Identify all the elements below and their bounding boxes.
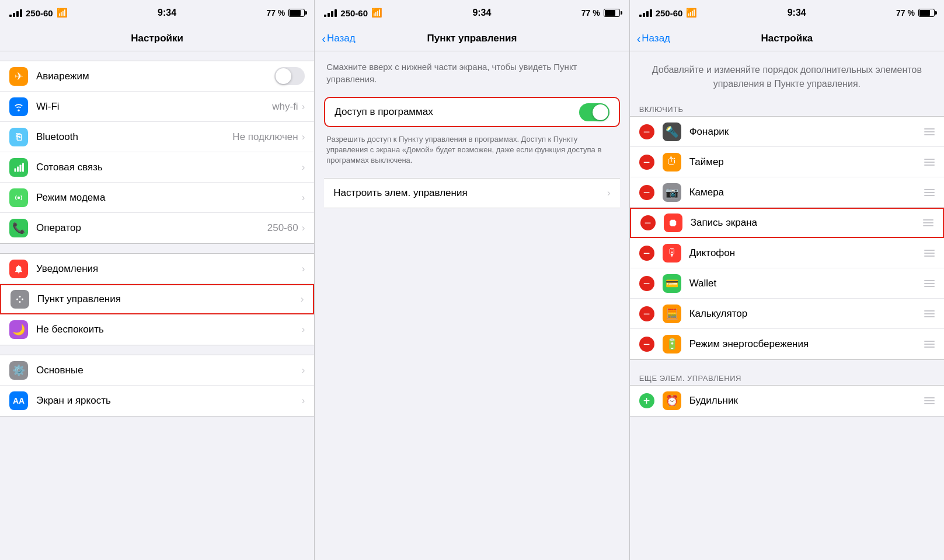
control-flashlight[interactable]: − 🔦 Фонарик [630,117,944,147]
remove-calc[interactable]: − [639,306,654,321]
drag-voice [924,250,935,257]
settings-item-wifi[interactable]: Wi-Fi why-fi › [0,92,314,122]
back-button-3[interactable]: ‹ Назад [637,33,670,44]
panel3-header-desc: Добавляйте и изменяйте порядок дополните… [630,51,944,100]
notifications-icon [9,260,28,278]
remove-wallet[interactable]: − [639,276,654,291]
drag-power [924,341,935,348]
svg-rect-2 [20,164,22,172]
time-3: 9:34 [788,8,806,18]
drag-flashlight [924,128,935,135]
airplane-toggle[interactable] [274,67,305,85]
control-timer[interactable]: − ⏱ Таймер [630,147,944,177]
nav-title-2: Пункт управления [427,33,517,44]
battery-pct-2: 77 % [581,8,600,18]
bluetooth-value: Не подключен [232,131,298,143]
status-left-3: 250-60 📶 [639,8,698,18]
control-alarm[interactable]: + ⏰ Будильник [630,386,944,416]
settings-group-3: ⚙️ Основные › AA Экран и яркость › [0,355,314,416]
remove-power[interactable]: − [639,337,654,352]
nav-bar-1: Настройки [0,26,314,51]
settings-item-bluetooth[interactable]: ⎘ Bluetooth Не подключен › [0,122,314,152]
wifi-value: why-fi [272,101,298,113]
cellular-label: Сотовая связь [36,162,302,173]
modem-icon [9,188,28,207]
battery-icon-2 [604,9,620,17]
settings-group-2: Уведомления › Пункт управления › 🌙 Не бе… [0,253,314,345]
remove-camera[interactable]: − [639,185,654,200]
settings-content: ✈ Авиарежим Wi-Fi why-fi › [0,51,314,560]
controlcenter-content: Смахните вверх с нижней части экрана, чт… [315,51,629,560]
power-label: Режим энергосбережения [689,338,924,350]
settings-item-operator[interactable]: 📞 Оператор 250-60 › [0,213,314,243]
wallet-label: Wallet [689,278,924,289]
remove-record[interactable]: − [640,215,656,230]
general-icon: ⚙️ [9,361,28,380]
battery-fill-1 [290,10,300,16]
operator-value: 250-60 [267,222,298,234]
modem-chevron: › [302,192,305,204]
add-alarm[interactable]: + [639,393,654,408]
drag-calc [924,310,935,317]
settings-item-cellular[interactable]: Сотовая связь › [0,152,314,183]
calc-icon: 🧮 [663,304,681,323]
access-toggle[interactable] [579,103,609,121]
operator-icon: 📞 [9,219,28,237]
carrier-1: 250-60 [26,8,53,18]
settings-item-modem[interactable]: Режим модема › [0,183,314,213]
notifications-label: Уведомления [36,263,302,275]
general-label: Основные [36,365,302,376]
remove-timer[interactable]: − [639,155,654,170]
control-voice[interactable]: − 🎙 Диктофон [630,238,944,268]
svg-rect-1 [17,166,19,172]
settings-item-donotdisturb[interactable]: 🌙 Не беспокоить › [0,314,314,345]
controlcenter-chevron: › [301,293,304,305]
display-chevron: › [302,395,305,407]
include-label: ВКЛЮЧИТЬ [630,100,944,116]
settings-item-airplane[interactable]: ✈ Авиарежим [0,61,314,92]
back-chevron-3: ‹ [637,33,641,44]
back-chevron-2: ‹ [322,33,326,44]
svg-point-8 [19,301,21,303]
settings-group-1: ✈ Авиарежим Wi-Fi why-fi › [0,61,314,244]
panel-settings: 250-60 📶 9:34 77 % Настройки ✈ Авиарежим [0,0,315,560]
remove-flashlight[interactable]: − [639,124,654,139]
settings-item-notifications[interactable]: Уведомления › [0,254,314,284]
more-controls-list: + ⏰ Будильник [630,385,944,416]
airplane-label: Авиарежим [36,71,274,82]
customize-row[interactable]: Настроить элем. управления › [324,178,619,208]
access-toggle-row[interactable]: Доступ в программах [324,97,619,127]
back-button-2[interactable]: ‹ Назад [322,33,355,44]
panel-controlcenter: 250-60 📶 9:34 77 % ‹ Назад Пункт управле… [315,0,629,560]
bluetooth-label: Bluetooth [36,131,232,143]
panel2-inner: Смахните вверх с нижней части экрана, чт… [315,51,629,218]
settings-list-2: Уведомления › Пункт управления › 🌙 Не бе… [0,253,314,345]
drag-wallet [924,280,935,287]
donotdisturb-label: Не беспокоить [36,324,302,335]
calc-label: Калькулятор [689,308,924,320]
drag-alarm [924,397,935,404]
control-record[interactable]: − ⏺ Запись экрана [630,208,944,238]
voice-label: Диктофон [689,247,924,259]
camera-label: Камера [689,187,924,198]
battery-icon-1 [288,9,305,17]
settings-item-display[interactable]: AA Экран и яркость › [0,386,314,416]
battery-pct-3: 77 % [896,8,915,18]
carrier-2: 250-60 [340,8,368,18]
modem-label: Режим модема [36,192,302,204]
control-calc[interactable]: − 🧮 Калькулятор [630,299,944,329]
control-power[interactable]: − 🔋 Режим энергосбережения [630,329,944,359]
donotdisturb-icon: 🌙 [9,320,28,339]
status-bar-3: 250-60 📶 9:34 77 % [630,0,944,26]
wallet-icon: 💳 [663,274,681,293]
control-wallet[interactable]: − 💳 Wallet [630,268,944,299]
settings-item-general[interactable]: ⚙️ Основные › [0,355,314,386]
settings-item-controlcenter[interactable]: Пункт управления › [0,284,314,314]
cellular-icon [9,158,28,177]
bluetooth-chevron: › [302,131,305,143]
remove-voice[interactable]: − [639,246,654,261]
battery-fill-2 [605,10,615,16]
wifi-chevron: › [302,101,305,113]
display-label: Экран и яркость [36,395,302,407]
control-camera[interactable]: − 📷 Камера [630,177,944,208]
